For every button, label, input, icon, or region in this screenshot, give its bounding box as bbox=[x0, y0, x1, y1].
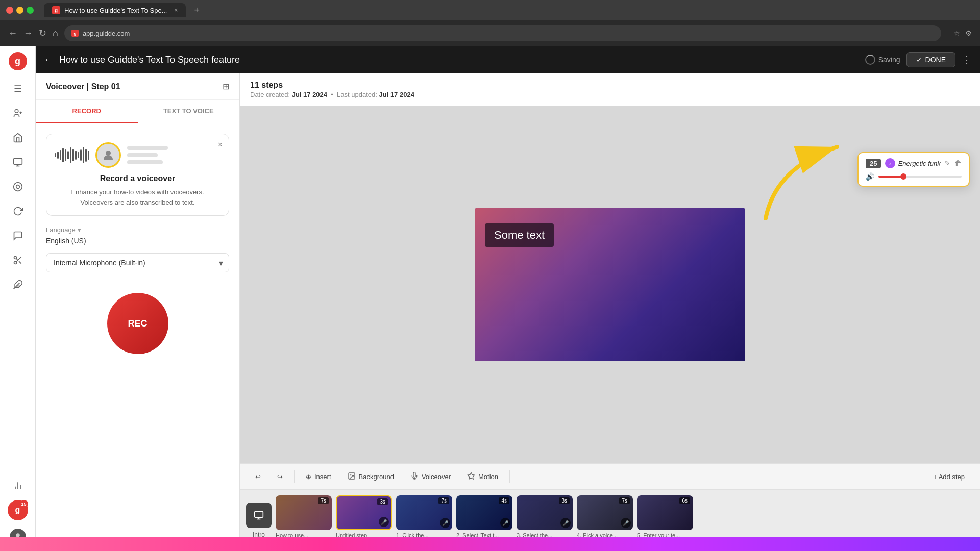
mic-badge: 🎤 bbox=[500, 518, 510, 528]
project-title: How to use Guidde's Text To Speech featu… bbox=[59, 55, 859, 65]
timeline-thumb[interactable]: 4s 🎤 bbox=[456, 495, 512, 530]
voiceover-icon bbox=[410, 472, 419, 482]
language-section: Language ▾ English (US) bbox=[46, 226, 229, 245]
tab-record[interactable]: RECORD bbox=[36, 100, 138, 123]
time-badge: 7s bbox=[619, 497, 630, 504]
panel-title: Voiceover | Step 01 bbox=[46, 82, 120, 91]
sidebar-item-add-user[interactable] bbox=[8, 103, 28, 123]
motion-button[interactable]: Motion bbox=[460, 468, 505, 485]
browser-titlebar: g How to use Guidde's Text To Spe... × + bbox=[0, 0, 980, 20]
sidebar-item-refresh[interactable] bbox=[8, 201, 28, 221]
record-title: Record a voiceover bbox=[55, 174, 220, 183]
insert-button[interactable]: ⊕ Insert bbox=[299, 469, 338, 484]
forward-nav-button[interactable]: → bbox=[23, 28, 33, 39]
voiceover-button[interactable]: Voiceover bbox=[403, 468, 458, 485]
volume-icon: 🔊 bbox=[866, 172, 874, 181]
arrow-svg bbox=[735, 127, 878, 239]
main-area: 11 steps Date created: Jul 17 2024 • Las… bbox=[240, 73, 980, 551]
tab-text-to-voice[interactable]: TEXT TO VOICE bbox=[138, 100, 240, 123]
mic-badge: 🎤 bbox=[560, 518, 571, 528]
home-nav-button[interactable]: ⌂ bbox=[53, 28, 58, 39]
delete-music-button[interactable]: 🗑 bbox=[954, 159, 962, 167]
timeline-thumb[interactable]: 7s bbox=[276, 495, 332, 530]
steps-count: 11 steps bbox=[250, 81, 970, 90]
edit-music-button[interactable]: ✎ bbox=[944, 159, 950, 167]
text-overlay[interactable]: Some text bbox=[485, 223, 554, 247]
mic-select[interactable]: Internal Microphone (Built-in) bbox=[46, 253, 229, 272]
language-value: English (US) bbox=[46, 237, 229, 245]
maximize-window-button[interactable] bbox=[27, 7, 34, 14]
record-button[interactable]: REC bbox=[107, 293, 168, 354]
tab-title: How to use Guidde's Text To Spe... bbox=[64, 7, 167, 14]
music-label: Energetic funk bbox=[898, 160, 941, 167]
tabs: RECORD TEXT TO VOICE bbox=[36, 100, 239, 123]
timeline-thumb[interactable]: 6s bbox=[637, 495, 693, 530]
volume-slider[interactable] bbox=[878, 176, 962, 178]
browser-tab[interactable]: g How to use Guidde's Text To Spe... × bbox=[44, 3, 186, 17]
sidebar-bottom: g 15 bbox=[8, 475, 28, 545]
address-favicon: g bbox=[71, 30, 79, 37]
waveform-bar bbox=[55, 153, 56, 157]
sidebar-item-video[interactable] bbox=[8, 152, 28, 172]
waveform-bar bbox=[62, 148, 64, 162]
background-label: Background bbox=[359, 473, 394, 481]
done-button[interactable]: ✓ DONE bbox=[906, 52, 955, 67]
sidebar-item-puzzle[interactable] bbox=[8, 274, 28, 295]
extension-icon[interactable]: ⚙ bbox=[965, 29, 972, 37]
waveform-bar bbox=[75, 151, 77, 160]
sidebar-item-scissors[interactable] bbox=[8, 250, 28, 270]
last-updated-label: Last updated: bbox=[337, 91, 377, 98]
record-desc: Enhance your how-to videos with voiceove… bbox=[55, 187, 220, 207]
close-card-button[interactable]: × bbox=[218, 140, 223, 149]
dates-info: Date created: Jul 17 2024 • Last updated… bbox=[250, 91, 970, 98]
more-options-button[interactable]: ⋮ bbox=[962, 54, 972, 66]
svg-line-12 bbox=[16, 259, 17, 260]
timeline-thumb-selected[interactable]: 3s 🎤 bbox=[336, 495, 392, 530]
reload-button[interactable]: ↻ bbox=[39, 28, 46, 39]
sidebar-item-analytics[interactable] bbox=[8, 475, 28, 496]
timeline-thumb[interactable]: 3s 🎤 bbox=[517, 495, 573, 530]
left-panel: Voiceover | Step 01 ⊞ RECORD TEXT TO VOI… bbox=[36, 73, 240, 551]
back-button[interactable]: ← bbox=[44, 55, 53, 65]
back-nav-button[interactable]: ← bbox=[8, 28, 17, 39]
rec-label: REC bbox=[128, 318, 147, 329]
volume-fill bbox=[878, 176, 903, 178]
saving-indicator: Saving bbox=[865, 55, 900, 65]
svg-point-19 bbox=[106, 151, 111, 156]
arrow-annotation bbox=[735, 127, 878, 241]
record-desc-line1: Enhance your how-to videos with voiceove… bbox=[55, 187, 220, 197]
main-header: 11 steps Date created: Jul 17 2024 • Las… bbox=[240, 73, 980, 106]
redo-button[interactable]: ↪ bbox=[270, 469, 290, 484]
intro-video-icon[interactable] bbox=[246, 503, 272, 528]
sidebar-item-circle[interactable] bbox=[8, 177, 28, 197]
star-icon[interactable]: ☆ bbox=[953, 29, 960, 37]
address-bar[interactable]: g app.guidde.com bbox=[64, 25, 941, 41]
tab-close-button[interactable]: × bbox=[174, 7, 178, 14]
bottom-logo[interactable]: g 15 bbox=[8, 500, 28, 520]
waveform bbox=[55, 145, 89, 165]
minimize-window-button[interactable] bbox=[16, 7, 23, 14]
volume-thumb bbox=[900, 173, 906, 180]
time-badge: 3s bbox=[377, 498, 388, 505]
close-window-button[interactable] bbox=[6, 7, 13, 14]
done-label: DONE bbox=[925, 56, 946, 64]
add-step-button[interactable]: + Add step bbox=[926, 469, 972, 484]
record-card: × bbox=[46, 134, 229, 216]
sidebar-item-chat[interactable] bbox=[8, 226, 28, 246]
volume-music: ♪ Energetic funk bbox=[885, 158, 941, 168]
timeline-thumb[interactable]: 7s 🎤 bbox=[396, 495, 452, 530]
timeline-thumb[interactable]: 7s 🎤 bbox=[577, 495, 633, 530]
new-tab-button[interactable]: + bbox=[194, 5, 200, 16]
notification-badge: 15 bbox=[20, 500, 28, 508]
sidebar-item-menu[interactable]: ☰ bbox=[8, 79, 28, 99]
app-container: g ☰ g 1 bbox=[0, 46, 980, 551]
panel-icon[interactable]: ⊞ bbox=[223, 82, 229, 91]
waveform-bar bbox=[65, 149, 66, 161]
timeline-intro: Intro bbox=[246, 503, 272, 538]
waveform-bar bbox=[78, 152, 79, 158]
undo-button[interactable]: ↩ bbox=[248, 469, 268, 484]
placeholder-line bbox=[127, 146, 168, 150]
waveform-bar bbox=[60, 150, 61, 160]
sidebar-item-home[interactable] bbox=[8, 128, 28, 148]
background-button[interactable]: Background bbox=[340, 468, 401, 485]
